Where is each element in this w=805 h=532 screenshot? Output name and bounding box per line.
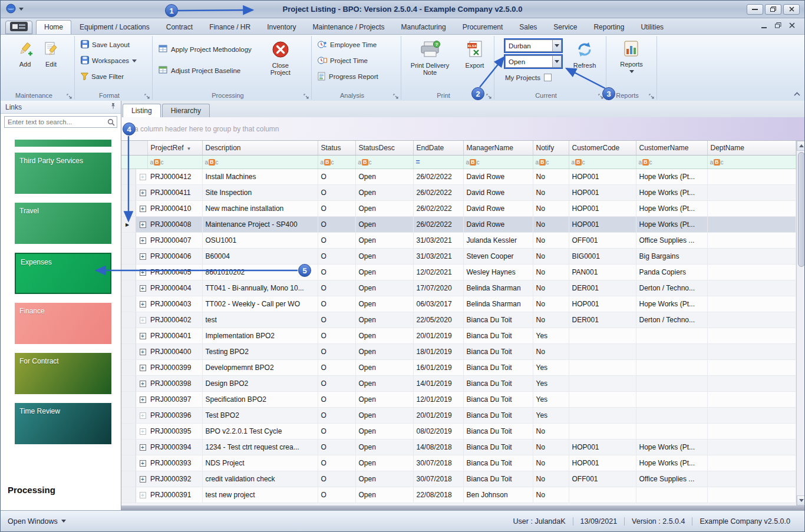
cell-description[interactable]: 1234 - Test ctrt request crea... (202, 439, 318, 455)
cell-deptname[interactable] (707, 184, 796, 200)
cell-description[interactable]: NDS Project (202, 455, 318, 471)
cell-enddate[interactable]: 18/01/2019 (413, 343, 463, 359)
cell-projectref[interactable]: PRJ0000407 (147, 232, 202, 248)
cell-statusdesc[interactable]: Open (355, 280, 413, 296)
cell-enddate[interactable]: 14/08/2018 (413, 439, 463, 455)
table-row[interactable]: PRJ0000394 1234 - Test ctrt request crea… (121, 439, 796, 455)
cell-description[interactable]: Test BPO2 (202, 407, 318, 423)
cell-managername[interactable]: Bianca Du Toit (463, 423, 533, 439)
site-dropdown[interactable]: Durban (505, 39, 562, 52)
cell-managername[interactable]: David Rowe (463, 184, 533, 200)
ribbon-tab[interactable]: Home (36, 20, 71, 34)
scroll-up-button[interactable] (797, 141, 805, 151)
cell-notify[interactable]: Yes (533, 375, 569, 391)
cell-customercode[interactable] (569, 359, 636, 375)
cell-managername[interactable]: Bianca Du Toit (463, 407, 533, 423)
cell-deptname[interactable] (707, 248, 796, 264)
mdi-close-icon[interactable] (789, 22, 795, 30)
row-indicator[interactable] (121, 375, 136, 391)
row-expand[interactable] (136, 264, 147, 280)
ribbon-tab[interactable]: Maintenance / Projects (305, 20, 393, 34)
cell-projectref[interactable]: PRJ0000411 (147, 184, 202, 200)
cell-status[interactable]: O (318, 248, 355, 264)
row-expand[interactable] (136, 391, 147, 407)
row-indicator[interactable] (121, 328, 136, 343)
cell-deptname[interactable] (707, 280, 796, 296)
row-indicator[interactable] (121, 184, 136, 200)
my-projects-checkbox[interactable] (544, 74, 552, 81)
cell-enddate[interactable]: 22/05/2020 (413, 312, 463, 328)
ribbon-tab[interactable]: Service (545, 20, 585, 34)
cell-enddate[interactable]: 08/02/2019 (413, 423, 463, 439)
edit-button[interactable]: Edit (41, 38, 61, 68)
cell-projectref[interactable]: PRJ0000401 (147, 328, 202, 343)
cell-customercode[interactable]: DER001 (569, 312, 636, 328)
cell-customername[interactable] (636, 343, 707, 359)
cell-status[interactable]: O (318, 200, 355, 216)
cell-statusdesc[interactable]: Open (355, 359, 413, 375)
sidebar-tile-partial[interactable] (15, 140, 111, 147)
cell-status[interactable]: O (318, 264, 355, 280)
table-row[interactable]: PRJ0000402 test O Open 22/05/2020 Bianca… (121, 312, 796, 328)
cell-customercode[interactable] (569, 391, 636, 407)
row-indicator[interactable] (121, 359, 136, 375)
open-windows-dropdown[interactable]: Open Windows (8, 517, 66, 526)
filter-projectref[interactable] (147, 155, 202, 168)
cell-projectref[interactable]: PRJ0000400 (147, 343, 202, 359)
ribbon-tab[interactable]: Reporting (585, 20, 632, 34)
cell-description[interactable]: test new project (202, 487, 318, 503)
cell-status[interactable]: O (318, 423, 355, 439)
table-row[interactable]: PRJ0000396 Test BPO2 O Open 20/01/2019 B… (121, 407, 796, 423)
cell-enddate[interactable]: 30/07/2018 (413, 471, 463, 487)
project-time-button[interactable]: Project Time (314, 54, 398, 67)
cell-projectref[interactable]: PRJ0000397 (147, 391, 202, 407)
cell-deptname[interactable] (707, 328, 796, 343)
cell-enddate[interactable]: 26/02/2022 (413, 184, 463, 200)
table-row[interactable]: PRJ0000411 Site Inspection O Open 26/02/… (121, 184, 796, 200)
cell-customername[interactable] (636, 359, 707, 375)
row-indicator[interactable] (121, 248, 136, 264)
cell-status[interactable]: O (318, 487, 355, 503)
cell-notify[interactable]: No (533, 216, 569, 232)
cell-statusdesc[interactable]: Open (355, 391, 413, 407)
cell-description[interactable]: Specification BPO2 (202, 391, 318, 407)
cell-enddate[interactable]: 26/02/2022 (413, 200, 463, 216)
adjust-project-baseline-button[interactable]: Adjust Project Baseline (155, 64, 255, 77)
cell-enddate[interactable]: 12/02/2021 (413, 264, 463, 280)
cell-customername[interactable]: Derton / Techno... (636, 280, 707, 296)
column-header[interactable]: EndDate (413, 141, 463, 155)
cell-statusdesc[interactable]: Open (355, 423, 413, 439)
mdi-minimize-icon[interactable] (761, 22, 767, 30)
progress-report-button[interactable]: Progress Report (314, 70, 398, 83)
table-row[interactable]: PRJ0000403 TT002 - Weekly - Call per WO … (121, 296, 796, 312)
ribbon-tab[interactable]: Equipment / Locations (71, 20, 158, 34)
cell-notify[interactable]: No (533, 343, 569, 359)
cell-deptname[interactable] (707, 359, 796, 375)
cell-customername[interactable] (636, 375, 707, 391)
cell-customercode[interactable] (569, 343, 636, 359)
cell-projectref[interactable]: PRJ0000399 (147, 359, 202, 375)
cell-customercode[interactable] (569, 375, 636, 391)
cell-customercode[interactable]: DER001 (569, 280, 636, 296)
row-expand[interactable] (136, 359, 147, 375)
cell-statusdesc[interactable]: Open (355, 216, 413, 232)
row-expand[interactable] (136, 280, 147, 296)
cell-customercode[interactable]: BIG0001 (569, 248, 636, 264)
cell-enddate[interactable]: 12/01/2019 (413, 391, 463, 407)
maximize-button[interactable] (765, 4, 781, 15)
cell-statusdesc[interactable]: Open (355, 232, 413, 248)
cell-notify[interactable]: Yes (533, 359, 569, 375)
cell-managername[interactable]: Bianca Du Toit (463, 391, 533, 407)
cell-projectref[interactable]: PRJ0000405 (147, 264, 202, 280)
mdi-restore-icon[interactable] (775, 22, 781, 30)
row-expand[interactable] (136, 471, 147, 487)
cell-status[interactable]: O (318, 455, 355, 471)
minimize-button[interactable] (747, 4, 763, 15)
ribbon-tab[interactable]: Inventory (259, 20, 304, 34)
export-button[interactable]: XLSX Export (460, 38, 490, 77)
cell-enddate[interactable]: 20/01/2019 (413, 407, 463, 423)
cell-managername[interactable]: David Rowe (463, 216, 533, 232)
save-filter-button[interactable]: Save Filter (77, 70, 150, 83)
row-expand[interactable] (136, 375, 147, 391)
dialog-launcher-icon[interactable] (649, 92, 655, 98)
